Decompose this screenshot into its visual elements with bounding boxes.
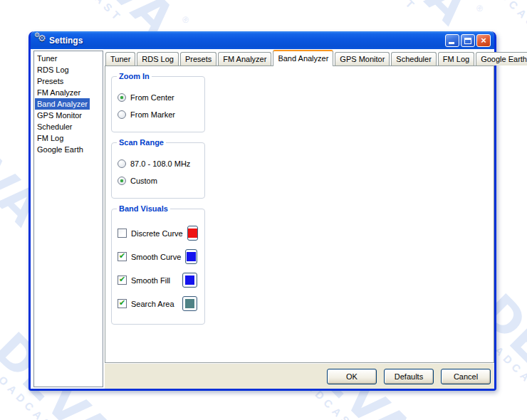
tab-panel-band-analyzer: Zoom In From Center From Marker Scan Ran… bbox=[105, 65, 494, 363]
window-title: Settings bbox=[49, 36, 83, 46]
swatch-color bbox=[187, 252, 196, 261]
cancel-button[interactable]: Cancel bbox=[441, 369, 491, 384]
close-icon: × bbox=[481, 35, 486, 46]
radio-icon bbox=[118, 110, 126, 119]
group-title: Scan Range bbox=[117, 138, 166, 147]
sidebar-item-rds-log[interactable]: RDS Log bbox=[34, 64, 103, 75]
checkbox-label: Smooth Fill bbox=[131, 276, 170, 285]
checkbox-smooth-curve[interactable]: ✔ Smooth Curve bbox=[118, 249, 199, 264]
tab-rds-log[interactable]: RDS Log bbox=[137, 52, 179, 65]
sidebar: Tuner RDS Log Presets FM Analyzer Band A… bbox=[31, 49, 105, 389]
checkbox-icon: ✔ bbox=[118, 229, 127, 238]
swatch-color bbox=[188, 229, 197, 238]
checkbox-label: Discrete Curve bbox=[131, 229, 183, 238]
checkbox-icon: ✔ bbox=[118, 275, 127, 285]
tab-bar: Tuner RDS Log Presets FM Analyzer Band A… bbox=[105, 49, 494, 65]
check-icon: ✔ bbox=[119, 275, 125, 284]
tab-scheduler[interactable]: Scheduler bbox=[391, 52, 437, 65]
sidebar-item-fm-log[interactable]: FM Log bbox=[34, 132, 103, 144]
sidebar-item-band-analyzer[interactable]: Band Analyzer bbox=[34, 98, 103, 110]
sidebar-item-tuner[interactable]: Tuner bbox=[34, 53, 103, 64]
radio-icon bbox=[118, 93, 126, 102]
checkbox-label: Search Area bbox=[131, 300, 174, 308]
color-swatch-search-area[interactable] bbox=[182, 296, 197, 311]
radio-icon bbox=[118, 177, 126, 185]
sidebar-item-gps-monitor[interactable]: GPS Monitor bbox=[34, 110, 103, 121]
close-button[interactable]: × bbox=[476, 34, 491, 47]
registered-mark-icon: ® bbox=[474, 4, 484, 14]
radio-label: 87.0 - 108.0 MHz bbox=[130, 159, 190, 168]
checkbox-search-area[interactable]: ✔ Search Area bbox=[118, 296, 199, 311]
tab-band-analyzer[interactable]: Band Analyzer bbox=[273, 50, 333, 66]
radio-from-marker[interactable]: From Marker bbox=[118, 110, 199, 119]
swatch-color bbox=[185, 275, 194, 285]
tab-google-earth[interactable]: Google Earth bbox=[476, 52, 527, 65]
color-swatch-smooth-fill[interactable] bbox=[182, 273, 197, 288]
registered-mark-icon: ® bbox=[180, 16, 189, 25]
maximize-icon bbox=[464, 38, 471, 44]
checkbox-icon: ✔ bbox=[118, 252, 127, 261]
settings-window: ⚙ ⚙ Settings × Tuner RDS Log Presets FM … bbox=[28, 31, 496, 391]
tab-fm-log[interactable]: FM Log bbox=[438, 52, 474, 65]
sidebar-item-fm-analyzer[interactable]: FM Analyzer bbox=[34, 87, 103, 98]
checkbox-icon: ✔ bbox=[118, 299, 127, 308]
group-band-visuals: Band Visuals ✔ Discrete Curve ✔ Smooth C… bbox=[111, 209, 205, 325]
content-column: Tuner RDS Log Presets FM Analyzer Band A… bbox=[105, 49, 494, 389]
minimize-icon bbox=[449, 42, 454, 44]
gear-large-icon: ⚙ bbox=[38, 33, 46, 43]
settings-category-list: Tuner RDS Log Presets FM Analyzer Band A… bbox=[33, 51, 103, 387]
radio-full-range[interactable]: 87.0 - 108.0 MHz bbox=[118, 159, 199, 168]
checkbox-label: Smooth Curve bbox=[131, 253, 181, 261]
footer-bar: OK Defaults Cancel bbox=[105, 363, 494, 389]
tab-fm-analyzer[interactable]: FM Analyzer bbox=[218, 52, 271, 65]
tab-tuner[interactable]: Tuner bbox=[105, 52, 135, 65]
radio-label: Custom bbox=[130, 177, 157, 185]
minimize-button[interactable] bbox=[445, 34, 459, 47]
ok-button[interactable]: OK bbox=[327, 369, 377, 384]
checkbox-discrete-curve[interactable]: ✔ Discrete Curve bbox=[118, 226, 199, 241]
group-title: Band Visuals bbox=[117, 204, 170, 213]
tab-gps-monitor[interactable]: GPS Monitor bbox=[335, 52, 390, 65]
titlebar[interactable]: ⚙ ⚙ Settings × bbox=[31, 31, 494, 49]
color-swatch-smooth-curve[interactable] bbox=[185, 249, 197, 264]
group-zoom-in: Zoom In From Center From Marker bbox=[111, 76, 205, 132]
sidebar-item-presets[interactable]: Presets bbox=[34, 75, 103, 87]
client-area: Tuner RDS Log Presets FM Analyzer Band A… bbox=[31, 49, 494, 389]
radio-label: From Center bbox=[130, 93, 174, 102]
check-icon: ✔ bbox=[119, 251, 125, 261]
group-scan-range: Scan Range 87.0 - 108.0 MHz Custom bbox=[111, 142, 205, 199]
swatch-color bbox=[185, 299, 194, 308]
group-title: Zoom In bbox=[117, 72, 152, 80]
radio-from-center[interactable]: From Center bbox=[118, 93, 199, 102]
checkbox-smooth-fill[interactable]: ✔ Smooth Fill bbox=[118, 273, 199, 288]
window-controls: × bbox=[445, 34, 491, 47]
sidebar-item-scheduler[interactable]: Scheduler bbox=[34, 121, 103, 132]
radio-icon bbox=[118, 159, 126, 168]
defaults-button[interactable]: Defaults bbox=[384, 369, 434, 384]
color-swatch-discrete-curve[interactable] bbox=[187, 226, 198, 241]
gears-icon: ⚙ ⚙ bbox=[35, 35, 47, 46]
radio-custom[interactable]: Custom bbox=[118, 177, 199, 185]
check-icon: ✔ bbox=[119, 298, 125, 308]
maximize-button[interactable] bbox=[461, 34, 475, 47]
sidebar-item-google-earth[interactable]: Google Earth bbox=[34, 144, 103, 155]
radio-label: From Marker bbox=[130, 110, 175, 119]
tab-presets[interactable]: Presets bbox=[180, 52, 216, 65]
